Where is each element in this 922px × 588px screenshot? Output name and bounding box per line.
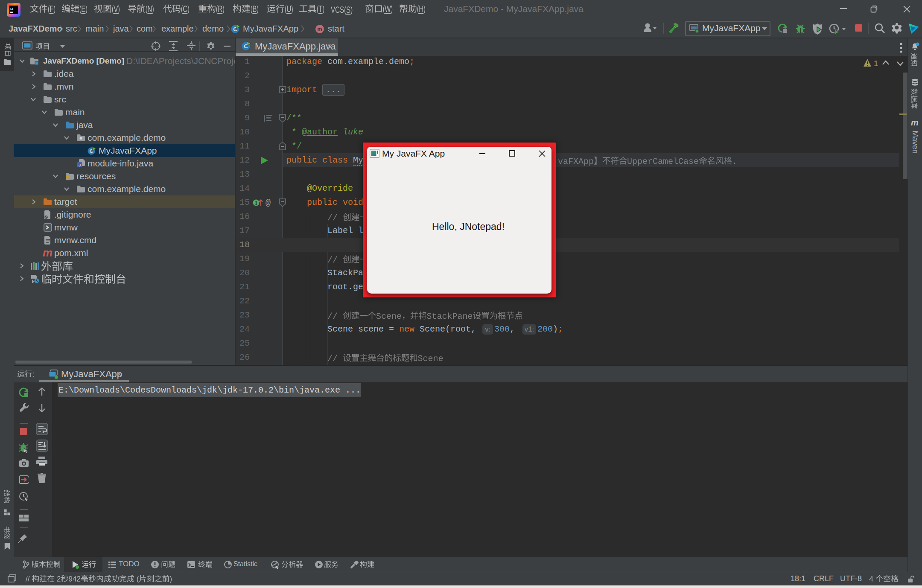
svg-text:m: m bbox=[317, 26, 322, 32]
svg-text:I: I bbox=[255, 200, 257, 206]
svg-text:@: @ bbox=[266, 198, 271, 207]
svg-text:J: J bbox=[79, 163, 81, 167]
svg-text:1: 1 bbox=[874, 59, 878, 68]
svg-text:IJ: IJ bbox=[10, 7, 13, 11]
